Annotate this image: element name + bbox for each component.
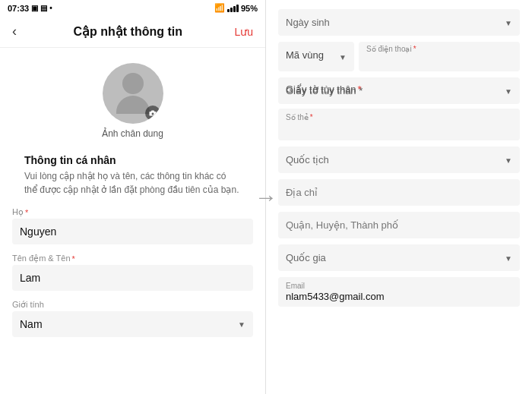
ho-required: * bbox=[25, 208, 28, 217]
section-title: Thông tin cá nhân bbox=[24, 154, 241, 166]
ten-label: Tên đệm & Tên * bbox=[12, 254, 253, 263]
status-bar-right: 📶 95% bbox=[214, 3, 258, 13]
back-button[interactable]: ‹ bbox=[8, 22, 21, 41]
dia-chi-input[interactable] bbox=[278, 179, 520, 206]
ten-input[interactable] bbox=[12, 265, 253, 291]
sdt-required: * bbox=[413, 45, 416, 53]
avatar[interactable] bbox=[103, 63, 163, 124]
info-section: Thông tin cá nhân Vui lòng cập nhật họ v… bbox=[12, 148, 253, 197]
quoc-gia-select-wrapper: Quốc gia ▼ bbox=[278, 244, 520, 271]
so-dien-thoai-input[interactable] bbox=[366, 55, 512, 66]
ho-label: Họ * bbox=[12, 207, 253, 217]
quoc-tich-group: Quốc tịch ▼ bbox=[278, 147, 520, 173]
avatar-person bbox=[116, 73, 150, 114]
avatar-head bbox=[122, 73, 144, 94]
save-button[interactable]: Lưu bbox=[234, 26, 253, 38]
ma-vung-wrapper: Mã vùng ▼ bbox=[278, 42, 354, 71]
signal-bars bbox=[227, 5, 239, 12]
quoc-tich-select[interactable]: Quốc tịch bbox=[278, 147, 520, 173]
gioi-tinh-select[interactable]: Nam Nữ Khác bbox=[12, 311, 253, 337]
avatar-section: Ảnh chân dung bbox=[0, 48, 265, 148]
ngay-sinh-select[interactable]: Ngày sinh bbox=[278, 9, 520, 36]
so-the-required: * bbox=[310, 113, 313, 121]
gioi-tinh-label: Giới tính bbox=[12, 300, 253, 310]
ngay-sinh-group: Ngày sinh ▼ bbox=[278, 9, 520, 36]
status-bar: 07:33 ▣ ▤ • 📶 95% bbox=[0, 0, 265, 16]
wifi-icon: 📶 bbox=[214, 3, 225, 13]
media-icon: ▤ bbox=[40, 4, 47, 12]
form-scroll: Thông tin cá nhân Vui lòng cập nhật họ v… bbox=[0, 148, 265, 346]
camera-icon[interactable] bbox=[145, 106, 160, 121]
right-panel: Ngày sinh ▼ Mã vùng ▼ Số điện thoại * bbox=[266, 0, 532, 394]
giay-to-select-wrapper: Giấy tờ tùy thân * ▼ bbox=[278, 77, 520, 104]
page-header: ‹ Cập nhật thông tin Lưu bbox=[0, 16, 265, 48]
sim-icon: ▣ bbox=[31, 4, 38, 12]
so-the-group: Số thẻ * bbox=[278, 109, 520, 140]
dia-chi-group bbox=[278, 179, 520, 206]
email-group: Email nlam5433@gmail.com bbox=[278, 277, 520, 307]
email-label: Email bbox=[286, 282, 512, 290]
so-dien-thoai-wrapper: Số điện thoại * bbox=[359, 42, 520, 71]
email-value: nlam5433@gmail.com bbox=[286, 291, 512, 302]
so-the-label: Số thẻ * bbox=[286, 113, 512, 121]
ho-input[interactable] bbox=[12, 219, 253, 244]
ten-required: * bbox=[72, 254, 75, 263]
gioi-tinh-field-group: Giới tính Nam Nữ Khác ▼ bbox=[12, 300, 253, 337]
arrow-icon: → bbox=[255, 184, 277, 210]
quoc-tich-select-wrapper: Quốc tịch ▼ bbox=[278, 147, 520, 173]
phone-row: Mã vùng ▼ Số điện thoại * bbox=[278, 42, 520, 71]
avatar-body bbox=[116, 96, 150, 114]
giay-to-select[interactable]: Giấy tờ tùy thân * bbox=[278, 77, 520, 104]
left-panel: 07:33 ▣ ▤ • 📶 95% ‹ Cập nhật thông tin L… bbox=[0, 0, 266, 394]
status-bar-left: 07:33 ▣ ▤ • bbox=[8, 4, 52, 13]
quoc-gia-group: Quốc gia ▼ bbox=[278, 244, 520, 271]
quan-huyen-group bbox=[278, 212, 520, 238]
so-the-input[interactable] bbox=[286, 121, 512, 136]
battery-display: 95% bbox=[241, 4, 258, 13]
quan-huyen-input[interactable] bbox=[278, 212, 520, 238]
ngay-sinh-select-wrapper: Ngày sinh ▼ bbox=[278, 9, 520, 36]
gioi-tinh-select-wrapper: Nam Nữ Khác ▼ bbox=[12, 311, 253, 337]
so-dien-thoai-label: Số điện thoại * bbox=[366, 45, 512, 53]
giay-to-group: Giấy tờ tùy thân * ▼ Giấy tờ tùy thân * bbox=[278, 77, 520, 102]
ten-field-group: Tên đệm & Tên * bbox=[12, 254, 253, 291]
quoc-gia-select[interactable]: Quốc gia bbox=[278, 244, 520, 271]
avatar-label: Ảnh chân dung bbox=[102, 128, 163, 139]
time-display: 07:33 bbox=[8, 4, 29, 13]
dot-icon: • bbox=[49, 4, 52, 12]
page-title: Cập nhật thông tin bbox=[21, 24, 234, 39]
section-description: Vui lòng cập nhật họ và tên, các thông t… bbox=[24, 169, 241, 197]
ma-vung-select[interactable]: Mã vùng bbox=[278, 42, 354, 68]
ho-field-group: Họ * bbox=[12, 207, 253, 244]
